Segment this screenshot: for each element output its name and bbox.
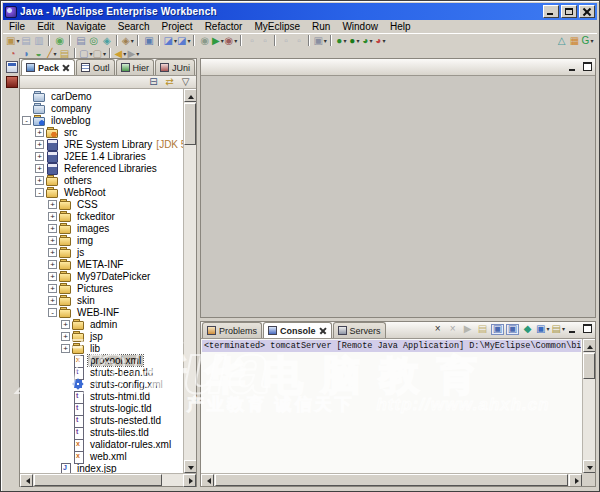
plus-expander-icon[interactable]: + (61, 344, 70, 353)
tree-item-iloveblog[interactable]: -iloveblog (20, 114, 183, 126)
scroll-down-icon[interactable] (583, 460, 595, 473)
close-tab-icon[interactable] (62, 64, 70, 72)
scroll-down-icon[interactable] (184, 460, 196, 473)
pin-console-button[interactable]: ◆ (521, 323, 534, 335)
tree-item-img[interactable]: +img (20, 234, 183, 246)
tree-item-images[interactable]: +images (20, 222, 183, 234)
scroll-lock-button[interactable]: ▣ (491, 324, 504, 335)
tree-item-web-xml[interactable]: web.xml (20, 450, 183, 462)
scroll-right-icon[interactable] (183, 474, 196, 487)
tree-item-cardemo[interactable]: carDemo (20, 90, 183, 102)
tree-item-referenced-libraries[interactable]: +Referenced Libraries (20, 162, 183, 174)
plus-expander-icon[interactable]: + (48, 212, 57, 221)
console-horizontal-scrollbar[interactable] (201, 473, 582, 486)
tree-item-company[interactable]: company (20, 102, 183, 114)
tree-item-struts-logic-tld[interactable]: struts-logic.tld (20, 402, 183, 414)
console-vertical-scrollbar[interactable] (582, 339, 595, 473)
window-maximize-button[interactable] (561, 5, 577, 18)
tree-item-fckeditor[interactable]: +fckeditor (20, 210, 183, 222)
tab-outl[interactable]: Outl (76, 59, 115, 75)
run-jsp-button[interactable]: ◪▾ (163, 35, 176, 47)
tree-item-validator-rules-xml[interactable]: validator-rules.xml (20, 438, 183, 450)
tree-item-j2ee-1-4-libraries[interactable]: +J2EE 1.4 Libraries (20, 150, 183, 162)
view-menu-button[interactable]: ▽ (179, 76, 192, 88)
external-tools-button[interactable]: ◉▾ (224, 35, 237, 47)
tree-vscroll-thumb[interactable] (184, 103, 196, 145)
scroll-up-icon[interactable] (184, 89, 196, 102)
tree-item-others[interactable]: +others (20, 174, 183, 186)
tree-hscroll-thumb[interactable] (34, 474, 162, 486)
tree-item-struts-config-xml[interactable]: struts-config.xml (20, 378, 183, 390)
console-minimize-icon[interactable] (568, 324, 579, 334)
plus-expander-icon[interactable]: + (48, 224, 57, 233)
console-maximize-icon[interactable] (582, 324, 593, 334)
save-button[interactable]: ▤ (19, 35, 32, 47)
tree-item-jre-system-library[interactable]: +JRE System Library[JDK 5] (20, 138, 183, 150)
plus-expander-icon[interactable]: + (35, 176, 44, 185)
previous-annotation-button[interactable]: ▫ (258, 35, 271, 47)
tree-item-css[interactable]: +CSS (20, 198, 183, 210)
tree-item-struts-bean-tld[interactable]: struts-bean.tld (20, 366, 183, 378)
tree-item-struts-html-tld[interactable]: struts-html.tld (20, 390, 183, 402)
word-wrap-button[interactable]: ▣ (506, 324, 519, 335)
tree-item-struts-nested-tld[interactable]: struts-nested.tld (20, 414, 183, 426)
display-selected-console-button[interactable]: ▣▾ (536, 323, 549, 335)
plus-expander-icon[interactable]: + (48, 236, 57, 245)
plus-expander-icon[interactable]: + (35, 140, 44, 149)
database-explorer-button[interactable]: ▦ (568, 35, 581, 47)
deploy-button[interactable]: ◈ (100, 35, 113, 47)
run-server-button[interactable]: ●▾ (348, 35, 361, 47)
tree-item-pictures[interactable]: +Pictures (20, 282, 183, 294)
tab-console[interactable]: Console (263, 322, 332, 338)
menu-file[interactable]: File (3, 20, 31, 33)
search-toolbar-button[interactable]: ▫ (292, 35, 305, 47)
close-tab-icon[interactable] (319, 327, 327, 335)
console-vscroll-thumb[interactable] (583, 353, 595, 379)
new-wizard-button[interactable]: ▣▾ (6, 35, 19, 47)
plus-expander-icon[interactable]: + (48, 248, 57, 257)
editor-maximize-icon[interactable] (582, 62, 593, 72)
open-console-button[interactable]: ▤▾ (552, 323, 565, 335)
link-with-editor-button[interactable]: ⇄ (163, 76, 176, 88)
tab-hier[interactable]: Hier (116, 59, 155, 75)
plus-expander-icon[interactable]: + (48, 260, 57, 269)
menu-navigate[interactable]: Navigate (60, 20, 111, 33)
plus-expander-icon[interactable]: + (35, 164, 44, 173)
tree-item-src[interactable]: +src (20, 126, 183, 138)
derby-button[interactable]: △ (555, 35, 568, 47)
menu-window[interactable]: Window (336, 20, 384, 33)
menu-project[interactable]: Project (156, 20, 199, 33)
scroll-left-icon[interactable] (201, 474, 214, 486)
tree-horizontal-scrollbar[interactable] (20, 473, 196, 486)
genuitec-button[interactable]: G▾ (581, 35, 594, 47)
print-button[interactable]: ▤ (74, 35, 87, 47)
menu-search[interactable]: Search (112, 20, 156, 33)
plus-expander-icon[interactable]: + (61, 320, 70, 329)
validate-button[interactable]: ◉ (53, 35, 66, 47)
clear-console-button[interactable]: ▤ (476, 323, 489, 335)
last-edit-location-button[interactable]: ▫ (279, 35, 292, 47)
tree-item-skin[interactable]: +skin (20, 294, 183, 306)
minus-expander-icon[interactable]: - (48, 308, 57, 317)
tree-item-jsp[interactable]: +jsp (20, 330, 183, 342)
tree-item-my97datepicker[interactable]: +My97DatePicker (20, 270, 183, 282)
stop-server-button[interactable]: ◕▾ (374, 35, 387, 47)
menu-refactor[interactable]: Refactor (199, 20, 249, 33)
scroll-up-icon[interactable] (583, 339, 595, 352)
refresh-button[interactable]: ◎ (87, 35, 100, 47)
collapse-all-button[interactable]: ⊟ (147, 76, 160, 88)
new-server-button[interactable]: ▣▾ (313, 35, 326, 47)
tree-item-struts-tiles-tld[interactable]: struts-tiles.tld (20, 426, 183, 438)
remove-all-terminated-button[interactable]: × (446, 323, 459, 335)
minus-expander-icon[interactable]: - (35, 188, 44, 197)
tree-item-js[interactable]: +js (20, 246, 183, 258)
remove-launch-button[interactable]: × (431, 323, 444, 335)
plus-expander-icon[interactable]: + (48, 296, 57, 305)
tab-servers[interactable]: Servers (333, 322, 386, 338)
plus-expander-icon[interactable]: + (61, 332, 70, 341)
scroll-left-icon[interactable] (20, 474, 33, 487)
run-button[interactable]: ▶▾ (211, 35, 224, 47)
window-minimize-button[interactable] (543, 5, 559, 18)
scroll-right-icon[interactable] (569, 474, 582, 486)
save-all-button[interactable]: ▥ (32, 35, 45, 47)
